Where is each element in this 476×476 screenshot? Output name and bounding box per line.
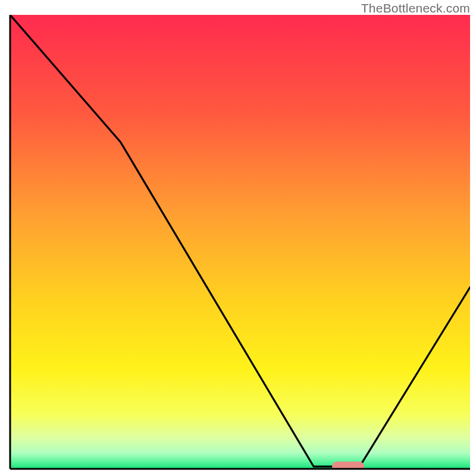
chart-svg [0, 0, 476, 476]
watermark-text: TheBottleneck.com [361, 1, 470, 15]
optimal-range-marker [332, 462, 364, 472]
